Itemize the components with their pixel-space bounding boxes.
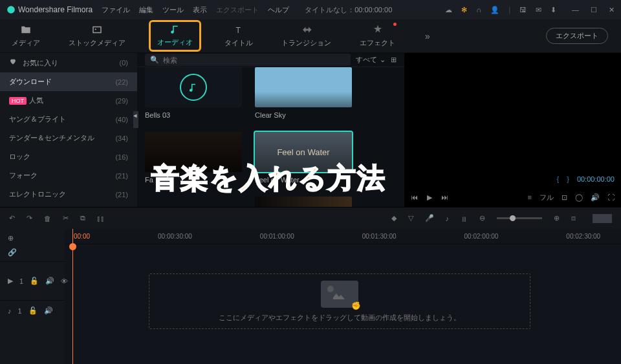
redo-icon[interactable]: ↷ <box>27 214 32 222</box>
playhead[interactable] <box>72 229 73 364</box>
menu-view[interactable]: 表示 <box>193 5 207 15</box>
ruler-t1: 00:00:30:00 <box>158 233 192 240</box>
folder-icon <box>20 24 32 36</box>
time-ruler[interactable]: 00:00 00:00:30:00 00:01:00:00 00:01:30:0… <box>65 229 621 244</box>
display-icon[interactable]: ⊡ <box>561 193 567 202</box>
next-frame-icon[interactable]: ⏭ <box>441 193 448 201</box>
export-button[interactable]: エクスポート <box>546 28 608 44</box>
dropzone[interactable]: ✊ ここにメディアやエフェクトをドラッグして動画の作成を開始しましょう。 <box>149 273 530 329</box>
sidebar-item-favorites[interactable]: お気に入り (0) <box>0 53 137 72</box>
zoom-in-icon[interactable]: ⊕ <box>554 214 560 222</box>
video-track-head[interactable]: ▶ 1 🔓 🔊 👁 <box>0 261 65 300</box>
search-input[interactable] <box>163 56 345 64</box>
tab-media[interactable]: メディア <box>6 21 45 50</box>
preview-full-label[interactable]: フル <box>539 193 554 202</box>
lock-icon[interactable]: 🔓 <box>28 306 38 315</box>
shield-icon[interactable]: ▽ <box>408 214 413 222</box>
expand-tabs-button[interactable]: » <box>425 31 430 41</box>
link-icon[interactable]: 🔗 <box>8 248 57 257</box>
audio-track-icon: ♪ <box>8 307 12 315</box>
headphone-icon[interactable]: ∩ <box>476 6 481 14</box>
menu-tool[interactable]: ツール <box>162 5 184 15</box>
thumb-water-img: Feel on Water <box>255 132 352 172</box>
crop-icon[interactable]: ⧉ <box>80 214 85 222</box>
chevron-down-icon: ⌄ <box>380 56 386 64</box>
menu-export[interactable]: エクスポート <box>216 5 259 15</box>
timeline-body[interactable]: ✊ ここにメディアやエフェクトをドラッグして動画の作成を開始しましょう。 <box>65 244 621 364</box>
minimize-button[interactable]: — <box>572 6 579 14</box>
user-icon[interactable]: 👤 <box>490 6 499 14</box>
mute-icon[interactable]: 🔊 <box>45 277 54 285</box>
sidebar-popular-label: 人気 <box>29 96 43 104</box>
sidebar-download-label: ダウンロード <box>9 77 52 87</box>
cut-icon[interactable]: ✂ <box>63 214 69 222</box>
thumb-cello[interactable]: Fa <box>145 132 242 184</box>
delete-icon[interactable]: 🗑 <box>44 215 51 222</box>
mail-icon[interactable]: ✉ <box>536 6 541 14</box>
quality-menu-icon[interactable]: ≡ <box>528 193 532 201</box>
lock-icon[interactable]: 🔓 <box>30 277 39 285</box>
sidebar-item-electro[interactable]: エレクトロニック (21) <box>0 185 137 204</box>
thumb-sky[interactable]: Clear Sky <box>255 67 352 119</box>
menu-help[interactable]: ヘルプ <box>268 5 289 15</box>
close-button[interactable]: ✕ <box>609 6 615 14</box>
save-icon[interactable]: 🖫 <box>519 6 527 14</box>
zoom-slider[interactable] <box>497 217 542 219</box>
mute-icon[interactable]: 🔊 <box>44 306 53 315</box>
timeline-toolbar: ↶ ↷ 🗑 ✂ ⧉ ⫿⫿ ◆ ▽ 🎤 ♪ ⫼ ⊖ ⊕ ⧈ <box>0 207 621 229</box>
stock-icon <box>91 24 103 36</box>
tab-transition[interactable]: トランジション <box>276 21 336 50</box>
thumb-water[interactable]: Feel on Water Feel on Water <box>255 132 352 184</box>
grid-view-icon[interactable]: ⊞ <box>391 56 397 64</box>
timeline-scrollbar[interactable] <box>593 214 612 223</box>
play-icon[interactable]: ▶ <box>427 193 432 202</box>
tab-audio[interactable]: オーディオ <box>149 20 201 52</box>
undo-icon[interactable]: ↶ <box>9 214 15 222</box>
sidebar-folk-count: (21) <box>115 172 128 180</box>
thumb-bells[interactable]: Bells 03 <box>145 67 242 119</box>
marker-icon[interactable]: ◆ <box>391 214 397 222</box>
search-box[interactable]: 🔍 <box>145 54 351 66</box>
prev-frame-icon[interactable]: ⏮ <box>411 193 418 201</box>
menu-edit[interactable]: 編集 <box>139 5 153 15</box>
sidebar-item-download[interactable]: ダウンロード (22) <box>0 72 137 91</box>
adjust-icon[interactable]: ⫿⫿ <box>97 215 105 222</box>
music-tool-icon[interactable]: ♪ <box>446 215 450 222</box>
audio-track-head[interactable]: ♪ 1 🔓 🔊 <box>0 300 65 321</box>
volume-icon[interactable]: 🔊 <box>591 193 600 202</box>
timeline-left-top: ⊕ 🔗 <box>0 229 65 261</box>
sort-select[interactable]: すべて ⌄ <box>356 55 386 65</box>
tab-effect[interactable]: エフェクト <box>354 21 400 50</box>
mic-icon[interactable]: 🎤 <box>425 214 434 222</box>
tab-title[interactable]: T タイトル <box>219 21 258 50</box>
preview-time-row: { } 00:00:00:00 <box>404 171 621 187</box>
download-icon[interactable]: ⬇ <box>550 6 556 14</box>
menu-file[interactable]: ファイル <box>102 5 130 15</box>
bulb-icon[interactable]: ✻ <box>461 6 467 14</box>
thumb-unexp[interactable]: nexp <box>255 197 352 207</box>
sidebar-item-folk[interactable]: フォーク (21) <box>0 166 137 185</box>
zoom-fit-icon[interactable]: ⧈ <box>571 214 576 222</box>
mixer-icon[interactable]: ⫼ <box>461 215 468 222</box>
thumbnail-grid: Bells 03 Clear Sky Fa Feel on Water Feel… <box>137 67 404 207</box>
thumb-unexp-img <box>255 197 352 207</box>
sidebar: お気に入り (0) ダウンロード (22) HOT人気 (29) ヤング＆ブライ… <box>0 53 137 207</box>
tab-stock[interactable]: ストックメディア <box>63 21 131 50</box>
timeline-right[interactable]: 00:00 00:00:30:00 00:01:00:00 00:01:30:0… <box>65 229 621 364</box>
cloud-icon[interactable]: ☁ <box>445 6 452 14</box>
add-track-icon[interactable]: ⊕ <box>8 234 57 242</box>
collapse-handle[interactable]: ◂ <box>133 111 138 128</box>
sidebar-item-popular[interactable]: HOT人気 (29) <box>0 91 137 110</box>
bracket-right[interactable]: } <box>567 175 569 183</box>
dropzone-text: ここにメディアやエフェクトをドラッグして動画の作成を開始しましょう。 <box>219 313 461 323</box>
svg-rect-1 <box>93 27 101 33</box>
bracket-left[interactable]: { <box>557 175 560 183</box>
fullscreen-icon[interactable]: ⛶ <box>607 193 615 201</box>
snapshot-icon[interactable]: ◯ <box>575 193 583 202</box>
zoom-out-icon[interactable]: ⊖ <box>479 214 485 222</box>
sidebar-item-tender[interactable]: テンダー＆センチメンタル (34) <box>0 129 137 147</box>
sidebar-item-young[interactable]: ヤング＆ブライト (40) <box>0 110 137 129</box>
maximize-button[interactable]: ☐ <box>591 6 597 14</box>
thumb-cello-img <box>145 132 242 172</box>
sidebar-item-rock[interactable]: ロック (16) <box>0 147 137 166</box>
